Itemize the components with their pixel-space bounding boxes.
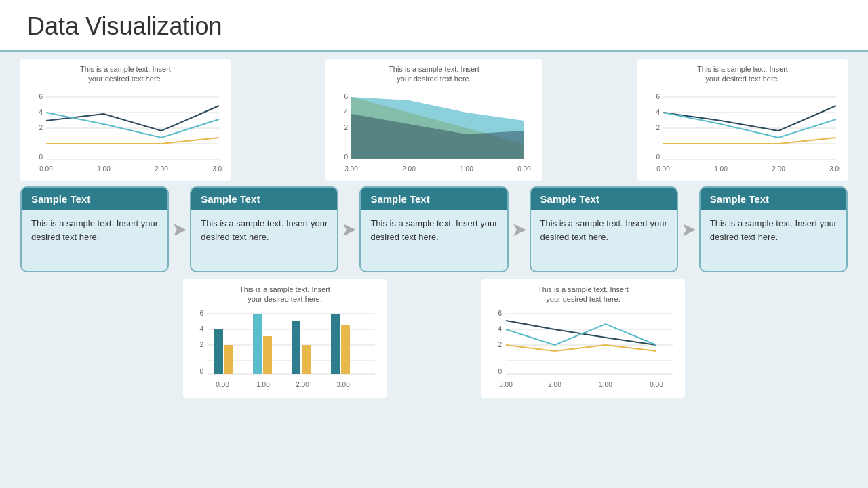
svg-text:4: 4 <box>656 108 660 116</box>
svg-text:2.00: 2.00 <box>402 165 416 173</box>
chart-bottom-right: This is a sample text. Insert your desir… <box>481 279 685 398</box>
svg-text:1.00: 1.00 <box>460 165 473 173</box>
svg-rect-52 <box>331 314 340 374</box>
flow-card-3-body: This is a sample text. Insert your desir… <box>361 210 507 271</box>
svg-rect-49 <box>263 336 272 374</box>
svg-text:0: 0 <box>656 153 660 161</box>
svg-text:0.00: 0.00 <box>656 165 670 173</box>
flow-card-5: Sample Text This is a sample text. Inser… <box>699 186 848 272</box>
arrow-4: ➤ <box>681 218 696 241</box>
svg-text:2.00: 2.00 <box>155 165 168 173</box>
svg-text:0.00: 0.00 <box>650 381 663 388</box>
svg-text:4: 4 <box>199 325 203 333</box>
chart-top-left-title: This is a sample text. Insert your desir… <box>26 64 225 84</box>
page-title: Data Visualization <box>27 12 841 41</box>
arrow-3: ➤ <box>511 218 527 241</box>
chart-top-center-title: This is a sample text. Insert your desir… <box>331 64 537 84</box>
flow-card-2-header: Sample Text <box>191 188 337 210</box>
bottom-charts-row: This is a sample text. Insert your desir… <box>20 279 848 398</box>
svg-text:6: 6 <box>199 310 203 317</box>
svg-text:1.00: 1.00 <box>97 165 111 173</box>
svg-text:4: 4 <box>39 108 43 116</box>
svg-text:3.00: 3.00 <box>344 165 358 173</box>
flow-card-4: Sample Text This is a sample text. Inser… <box>530 186 678 272</box>
flow-cards-row: Sample Text This is a sample text. Inser… <box>20 186 848 272</box>
svg-text:2: 2 <box>39 124 43 131</box>
svg-text:3.00: 3.00 <box>829 165 840 173</box>
svg-text:0: 0 <box>344 153 348 161</box>
svg-rect-47 <box>224 345 233 374</box>
chart-bottom-left-title: This is a sample text. Insert your desir… <box>189 285 381 304</box>
svg-text:0.00: 0.00 <box>517 165 531 173</box>
svg-text:0: 0 <box>498 368 502 375</box>
svg-text:1.00: 1.00 <box>599 381 612 388</box>
flow-card-3: Sample Text This is a sample text. Inser… <box>359 186 508 272</box>
flow-card-2: Sample Text This is a sample text. Inser… <box>190 186 338 272</box>
chart-bottom-right-title: This is a sample text. Insert your desir… <box>487 285 679 304</box>
arrow-2: ➤ <box>341 218 357 241</box>
svg-text:3.00: 3.00 <box>499 381 513 388</box>
svg-text:6: 6 <box>39 93 43 100</box>
svg-text:1.00: 1.00 <box>714 165 728 173</box>
svg-rect-53 <box>341 325 350 374</box>
bar-chart-bottom-left: 6 4 2 0 0.00 <box>189 307 378 399</box>
svg-text:2: 2 <box>199 341 203 348</box>
flow-card-4-body: This is a sample text. Insert your desir… <box>531 210 677 271</box>
svg-text:2: 2 <box>656 124 660 131</box>
chart-top-center: This is a sample text. Insert your desir… <box>326 59 542 181</box>
flow-card-1-body: This is a sample text. Insert your desir… <box>22 210 167 271</box>
arrow-1: ➤ <box>172 218 187 241</box>
top-charts-row: This is a sample text. Insert your desir… <box>20 59 848 181</box>
svg-text:3.00: 3.00 <box>336 381 350 388</box>
svg-text:2: 2 <box>498 341 502 348</box>
svg-rect-46 <box>214 329 223 374</box>
svg-text:2.00: 2.00 <box>772 165 785 173</box>
flow-card-3-header: Sample Text <box>361 188 507 210</box>
svg-text:2.00: 2.00 <box>296 381 309 388</box>
line-chart-top-left: 6 4 2 0 0.00 1.00 2.00 3.00 <box>26 87 222 185</box>
svg-text:0: 0 <box>39 153 43 161</box>
svg-text:2: 2 <box>344 124 348 131</box>
svg-text:3.00: 3.00 <box>212 165 222 173</box>
svg-text:2.00: 2.00 <box>548 381 561 388</box>
flow-card-5-header: Sample Text <box>701 188 846 210</box>
page: Data Visualization This is a sample text… <box>0 0 868 488</box>
flow-card-4-header: Sample Text <box>531 188 677 210</box>
chart-top-right-title: This is a sample text. Insert your desir… <box>643 64 842 84</box>
chart-top-left: This is a sample text. Insert your desir… <box>20 59 231 181</box>
flow-card-5-body: This is a sample text. Insert your desir… <box>701 210 846 271</box>
flow-card-2-body: This is a sample text. Insert your desir… <box>191 210 337 271</box>
svg-text:6: 6 <box>344 93 348 100</box>
flow-card-1: Sample Text This is a sample text. Inser… <box>20 186 169 272</box>
svg-text:6: 6 <box>498 310 502 317</box>
svg-text:0.00: 0.00 <box>39 165 53 173</box>
svg-text:4: 4 <box>498 325 502 333</box>
svg-text:4: 4 <box>344 108 348 116</box>
svg-rect-50 <box>292 321 300 374</box>
line-chart-bottom-right: 6 4 2 0 3.00 2.00 1.00 0.00 <box>487 307 677 399</box>
area-chart-top-center: 6 4 2 0 3.00 2.00 1.00 0.00 <box>331 87 534 185</box>
svg-text:0.00: 0.00 <box>216 381 229 388</box>
svg-text:6: 6 <box>656 93 660 100</box>
svg-rect-48 <box>253 314 262 374</box>
svg-rect-51 <box>302 345 311 374</box>
header: Data Visualization <box>0 0 868 52</box>
line-chart-top-right: 6 4 2 0 0.00 1.00 2.00 3.00 <box>643 87 840 185</box>
svg-text:1.00: 1.00 <box>256 381 270 388</box>
chart-top-right: This is a sample text. Insert your desir… <box>637 59 848 181</box>
content-area: This is a sample text. Insert your desir… <box>0 52 868 405</box>
svg-text:0: 0 <box>199 368 203 375</box>
flow-card-1-header: Sample Text <box>22 188 167 210</box>
chart-bottom-left: This is a sample text. Insert your desir… <box>183 279 387 398</box>
